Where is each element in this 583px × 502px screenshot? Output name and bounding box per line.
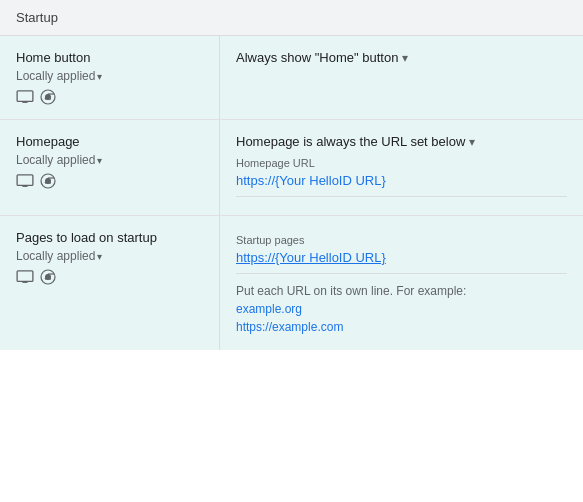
homepage-row: Homepage Locally applied ▾ bbox=[0, 120, 583, 216]
homepage-applied-text: Locally applied bbox=[16, 153, 95, 167]
homepage-label: Homepage bbox=[16, 134, 203, 149]
startup-pages-right: Startup pages https://{Your HelloID URL}… bbox=[220, 216, 583, 350]
homepage-dropdown-chevron: ▾ bbox=[469, 135, 475, 149]
home-button-row: Home button Locally applied ▾ bbox=[0, 36, 583, 120]
homepage-monitor-icon bbox=[16, 174, 34, 188]
startup-chrome-icon bbox=[40, 269, 56, 285]
homepage-dropdown[interactable]: Homepage is always the URL set below ▾ bbox=[236, 134, 567, 149]
startup-pages-url-label: Startup pages bbox=[236, 234, 567, 246]
homepage-applied-arrow[interactable]: ▾ bbox=[97, 155, 102, 166]
home-button-dropdown[interactable]: Always show "Home" button ▾ bbox=[236, 50, 567, 65]
svg-rect-16 bbox=[17, 271, 33, 282]
home-button-icons bbox=[16, 89, 203, 105]
home-button-dropdown-chevron: ▾ bbox=[402, 51, 408, 65]
homepage-icons bbox=[16, 173, 203, 189]
svg-rect-0 bbox=[17, 91, 33, 102]
startup-monitor-icon bbox=[16, 270, 34, 284]
homepage-chrome-icon bbox=[40, 173, 56, 189]
svg-rect-8 bbox=[17, 175, 33, 186]
home-button-label: Home button bbox=[16, 50, 203, 65]
startup-pages-hint: Put each URL on its own line. For exampl… bbox=[236, 282, 567, 336]
homepage-applied-row: Locally applied ▾ bbox=[16, 153, 203, 167]
home-button-applied-arrow[interactable]: ▾ bbox=[97, 71, 102, 82]
startup-pages-applied-text: Locally applied bbox=[16, 249, 95, 263]
startup-pages-icons bbox=[16, 269, 203, 285]
home-button-dropdown-value: Always show "Home" button bbox=[236, 50, 398, 65]
startup-pages-applied-arrow[interactable]: ▾ bbox=[97, 251, 102, 262]
chrome-icon bbox=[40, 89, 56, 105]
home-button-applied-text: Locally applied bbox=[16, 69, 95, 83]
homepage-url-label: Homepage URL bbox=[236, 157, 567, 169]
section-header: Startup bbox=[0, 0, 583, 36]
home-button-right: Always show "Home" button ▾ bbox=[220, 36, 583, 119]
section-container: Startup Home button Locally applied ▾ bbox=[0, 0, 583, 350]
monitor-icon bbox=[16, 90, 34, 104]
hint-line3[interactable]: https://example.com bbox=[236, 320, 343, 334]
home-button-applied-row: Locally applied ▾ bbox=[16, 69, 203, 83]
section-title: Startup bbox=[16, 10, 58, 25]
homepage-left: Homepage Locally applied ▾ bbox=[0, 120, 220, 215]
hint-line1: Put each URL on its own line. For exampl… bbox=[236, 284, 466, 298]
startup-pages-label: Pages to load on startup bbox=[16, 230, 203, 245]
home-button-left: Home button Locally applied ▾ bbox=[0, 36, 220, 119]
hint-line2[interactable]: example.org bbox=[236, 302, 302, 316]
startup-pages-url-value: https://{Your HelloID URL} bbox=[236, 250, 567, 274]
homepage-dropdown-value: Homepage is always the URL set below bbox=[236, 134, 465, 149]
startup-pages-applied-row: Locally applied ▾ bbox=[16, 249, 203, 263]
startup-pages-left: Pages to load on startup Locally applied… bbox=[0, 216, 220, 350]
startup-pages-row: Pages to load on startup Locally applied… bbox=[0, 216, 583, 350]
homepage-right: Homepage is always the URL set below ▾ H… bbox=[220, 120, 583, 215]
homepage-url-value: https://{Your HelloID URL} bbox=[236, 173, 567, 197]
